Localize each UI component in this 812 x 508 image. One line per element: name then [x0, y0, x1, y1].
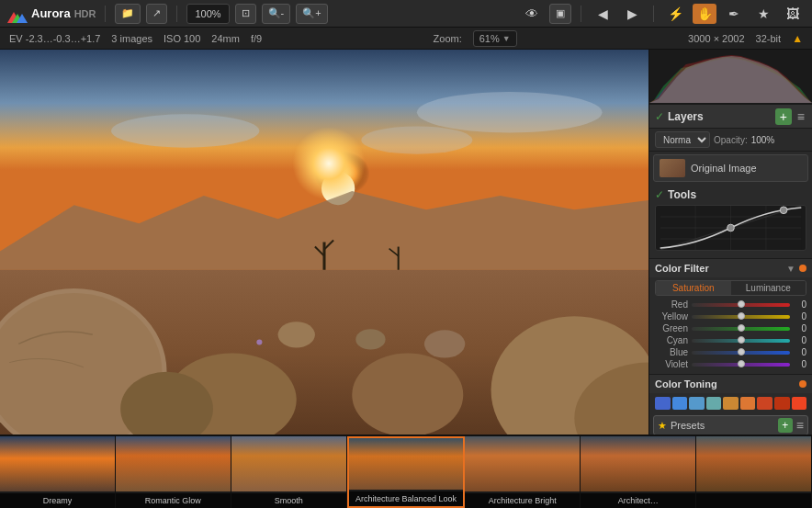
- view-toggle[interactable]: ▣: [549, 4, 571, 24]
- zoom-in-button[interactable]: 🔍+: [296, 4, 327, 24]
- zoom-box[interactable]: 61% ▼: [473, 30, 517, 47]
- color-swatch[interactable]: [792, 397, 807, 410]
- color-swatch[interactable]: [757, 397, 773, 410]
- share-button[interactable]: ↗: [146, 4, 167, 24]
- color-row-value: 0: [794, 299, 806, 310]
- canvas-area[interactable]: [0, 50, 648, 435]
- filmstrip-thumbnail: [231, 436, 346, 491]
- layers-title: Layers: [668, 110, 772, 123]
- color-row-value: 0: [794, 311, 806, 322]
- right-panel: ✓ Layers + ≡ Normal Opacity: 100% Origin…: [648, 50, 812, 435]
- filmstrip-thumbnail: [465, 436, 580, 491]
- color-row-value: 0: [794, 335, 806, 345]
- color-row-label: Blue: [655, 347, 688, 357]
- filmstrip: Dreamy Romantic Glow Smooth Architecture…: [0, 435, 812, 508]
- add-layer-button[interactable]: +: [775, 108, 792, 125]
- color-row: Blue 0: [649, 346, 812, 358]
- main-image: [0, 50, 648, 435]
- layers-more-button[interactable]: ≡: [795, 109, 806, 124]
- filmstrip-item[interactable]: Architecture Balanced Look: [347, 436, 466, 508]
- export-icon: 🖼: [786, 6, 799, 21]
- filmstrip-item[interactable]: Dreamy: [0, 436, 116, 508]
- color-slider-track[interactable]: [692, 351, 790, 355]
- main-area: ✓ Layers + ≡ Normal Opacity: 100% Origin…: [0, 50, 812, 435]
- scene-svg: [0, 50, 648, 435]
- filmstrip-label: [696, 493, 811, 508]
- layer-item[interactable]: Original Image: [653, 154, 808, 182]
- tone-curve-area[interactable]: [655, 205, 806, 251]
- import-button[interactable]: 📁: [115, 4, 141, 24]
- filmstrip-item[interactable]: Architecture Bright: [465, 436, 581, 508]
- color-swatch[interactable]: [774, 397, 790, 410]
- color-swatch[interactable]: [740, 397, 756, 410]
- color-swatch[interactable]: [689, 397, 705, 410]
- saturation-tab[interactable]: Saturation: [656, 281, 731, 295]
- color-slider-track[interactable]: [692, 363, 790, 367]
- svg-point-3: [111, 114, 259, 147]
- zoom-out-icon: 🔍-: [268, 7, 285, 19]
- svg-point-33: [727, 224, 735, 231]
- color-swatch[interactable]: [672, 397, 688, 410]
- pen-button[interactable]: ✒: [722, 4, 746, 24]
- app-logo: Aurora HDR: [7, 5, 96, 23]
- filmstrip-item[interactable]: Architect…: [581, 436, 696, 508]
- star-icon: ★: [758, 6, 770, 21]
- color-swatch[interactable]: [723, 397, 739, 410]
- view-toggle-icon: ▣: [556, 7, 565, 19]
- filmstrip-item[interactable]: Romantic Glow: [116, 436, 231, 508]
- tools-section: ✓ Tools: [649, 185, 812, 258]
- presets-more-button[interactable]: ≡: [796, 418, 804, 433]
- color-row-label: Red: [655, 299, 688, 310]
- export-button[interactable]: 🖼: [781, 4, 805, 24]
- color-slider-track[interactable]: [692, 303, 790, 307]
- separator: [105, 6, 106, 22]
- back-button[interactable]: ◀: [591, 4, 615, 24]
- images-count: 3 images: [111, 33, 152, 44]
- filmstrip-label: Smooth: [231, 493, 346, 508]
- eye-button[interactable]: 👁: [520, 4, 544, 24]
- presets-label: Presets: [671, 420, 774, 431]
- tools-header: ✓ Tools: [655, 188, 806, 201]
- color-row: Cyan 0: [649, 334, 812, 346]
- color-slider-thumb: [738, 300, 745, 308]
- bookmark-icon: ⚡: [668, 6, 683, 21]
- eye-icon: 👁: [525, 6, 538, 21]
- svg-point-4: [417, 92, 603, 132]
- zoom-out-button[interactable]: 🔍-: [262, 4, 291, 24]
- presets-row[interactable]: ★ Presets + ≡: [653, 415, 808, 435]
- star-button[interactable]: ★: [751, 4, 775, 24]
- app-name: Aurora: [31, 6, 71, 20]
- blend-mode-select[interactable]: Normal: [655, 131, 710, 148]
- color-swatch[interactable]: [706, 397, 722, 410]
- filmstrip-label: Dreamy: [0, 493, 115, 508]
- add-preset-button[interactable]: +: [778, 418, 793, 433]
- color-row-label: Violet: [655, 359, 688, 369]
- forward-button[interactable]: ▶: [620, 4, 644, 24]
- color-row-value: 0: [794, 359, 806, 369]
- zoom-value: 61%: [479, 33, 500, 44]
- color-slider-thumb: [738, 336, 745, 344]
- color-filter-header[interactable]: Color Filter ▼: [649, 259, 812, 277]
- color-row: Yellow 0: [649, 310, 812, 322]
- color-slider-track[interactable]: [692, 327, 790, 331]
- color-row-value: 0: [794, 347, 806, 357]
- hand-tool-button[interactable]: ✋: [693, 4, 716, 24]
- fit-button[interactable]: ⊡: [235, 4, 256, 24]
- color-slider-thumb: [738, 348, 745, 356]
- bookmark-button[interactable]: ⚡: [663, 4, 687, 24]
- color-swatch[interactable]: [655, 397, 671, 410]
- svg-point-16: [355, 329, 385, 349]
- svg-point-23: [256, 339, 262, 344]
- filmstrip-label: Architect…: [581, 493, 695, 508]
- svg-point-34: [780, 207, 787, 214]
- filmstrip-thumbnail: [349, 438, 464, 490]
- svg-point-15: [278, 322, 315, 347]
- luminance-tab[interactable]: Luminance: [731, 281, 806, 295]
- filmstrip-item[interactable]: [696, 436, 812, 508]
- color-slider-track[interactable]: [692, 315, 790, 319]
- filmstrip-item[interactable]: Smooth: [231, 436, 347, 508]
- color-slider-thumb: [738, 312, 745, 320]
- color-toning-header[interactable]: Color Toning: [649, 375, 812, 393]
- star-presets-icon: ★: [658, 420, 667, 432]
- color-slider-track[interactable]: [692, 339, 790, 343]
